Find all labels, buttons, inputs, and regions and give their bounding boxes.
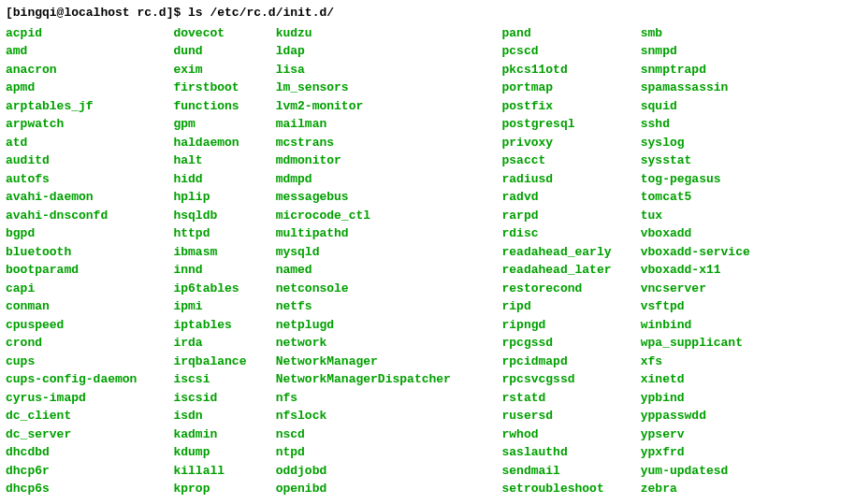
ls-entry: rpcidmapd — [502, 353, 641, 371]
ls-entry: kprop — [173, 480, 275, 498]
ls-entry: isdn — [173, 407, 275, 425]
ls-entry: dc_client — [6, 407, 173, 425]
ls-entry: setroubleshoot — [502, 480, 641, 498]
ls-entry: zebra — [641, 480, 765, 498]
ls-entry: snmptrapd — [641, 61, 765, 79]
ls-entry: dhcdbd — [6, 443, 173, 462]
ls-entry: smb — [641, 24, 765, 43]
ls-entry: haldaemon — [173, 134, 275, 152]
ls-entry: restorecond — [502, 280, 641, 298]
ls-entry: gpm — [173, 115, 275, 134]
ls-entry: NetworkManager — [276, 353, 502, 371]
ls-entry: pkcs11otd — [502, 61, 641, 79]
ls-entry: dhcp6s — [6, 480, 173, 498]
ls-entry: cyrus-imapd — [6, 389, 173, 408]
ls-entry: hidd — [173, 170, 275, 189]
ls-entry: hplip — [173, 188, 275, 207]
ls-output: acpid amd anacron apmd arptables_jf arpw… — [6, 24, 849, 498]
ls-entry: dc_server — [6, 425, 173, 444]
ls-entry: ip6tables — [173, 280, 275, 298]
ls-entry: atd — [6, 134, 173, 152]
ls-entry: auditd — [6, 151, 173, 170]
ls-entry: rwhod — [502, 425, 641, 444]
ls-entry: amd — [6, 42, 173, 61]
ls-entry: irda — [173, 334, 275, 353]
ls-entry: vboxadd — [641, 224, 765, 243]
ls-entry: netconsole — [276, 280, 502, 298]
ls-entry: mysqld — [276, 243, 502, 262]
ls-entry: crond — [6, 334, 173, 353]
ls-entry: ibmasm — [173, 243, 275, 262]
ls-entry: named — [276, 261, 502, 280]
ls-entry: irqbalance — [173, 353, 275, 371]
ls-entry: postfix — [502, 97, 641, 116]
ls-entry: vboxadd-service — [641, 243, 765, 262]
ls-entry: ypxfrd — [641, 443, 765, 462]
ls-entry: sshd — [641, 115, 765, 134]
ls-entry: vncserver — [641, 280, 765, 298]
ls-entry: vboxadd-x11 — [641, 261, 765, 280]
ls-column-0: acpid amd anacron apmd arptables_jf arpw… — [6, 24, 173, 498]
ls-entry: tomcat5 — [641, 188, 765, 207]
ls-entry: readahead_early — [502, 243, 641, 262]
ls-entry: autofs — [6, 170, 173, 189]
ls-entry: halt — [173, 151, 275, 170]
ls-entry: acpid — [6, 24, 173, 43]
ls-entry: messagebus — [276, 188, 502, 207]
ls-entry: iscsi — [173, 370, 275, 389]
ls-entry: hsqldb — [173, 207, 275, 225]
ls-entry: openibd — [276, 480, 502, 498]
ls-entry: readahead_later — [502, 261, 641, 280]
ls-entry: spamassassin — [641, 79, 765, 97]
ls-entry: xinetd — [641, 370, 765, 389]
ls-entry: radvd — [502, 188, 641, 207]
ls-entry: kadmin — [173, 425, 275, 444]
ls-entry: cups-config-daemon — [6, 370, 173, 389]
ls-entry: ypserv — [641, 425, 765, 444]
ls-entry: rpcgssd — [502, 334, 641, 353]
shell-prompt-line: [bingqi@localhost rc.d]$ ls /etc/rc.d/in… — [6, 4, 849, 22]
shell-prompt: [bingqi@localhost rc.d]$ — [6, 6, 188, 20]
ls-entry: ntpd — [276, 443, 502, 462]
ls-entry: microcode_ctl — [276, 207, 502, 225]
ls-entry: rusersd — [502, 407, 641, 425]
ls-entry: rarpd — [502, 207, 641, 225]
ls-entry: anacron — [6, 61, 173, 79]
ls-entry: exim — [173, 61, 275, 79]
ls-entry: functions — [173, 97, 275, 116]
ls-entry: tux — [641, 207, 765, 225]
ls-entry: mdmonitor — [276, 151, 502, 170]
ls-entry: ypbind — [641, 389, 765, 408]
ls-entry: saslauthd — [502, 443, 641, 462]
ls-entry: firstboot — [173, 79, 275, 97]
ls-entry: rdisc — [502, 224, 641, 243]
ls-column-2: kudzu ldap lisa lm_sensors lvm2-monitor … — [276, 24, 502, 498]
ls-entry: ipmi — [173, 297, 275, 316]
shell-command: ls /etc/rc.d/init.d/ — [188, 6, 334, 20]
ls-entry: squid — [641, 97, 765, 116]
ls-entry: nscd — [276, 425, 502, 444]
ls-entry: winbind — [641, 316, 765, 335]
ls-entry: xfs — [641, 353, 765, 371]
ls-entry: nfslock — [276, 407, 502, 425]
ls-column-4: smb snmpd snmptrapd spamassassin squid s… — [641, 24, 765, 498]
ls-entry: syslog — [641, 134, 765, 152]
ls-entry: cups — [6, 353, 173, 371]
ls-column-3: pand pcscd pkcs11otd portmap postfix pos… — [502, 24, 641, 498]
ls-entry: multipathd — [276, 224, 502, 243]
ls-entry: lvm2-monitor — [276, 97, 502, 116]
ls-entry: tog-pegasus — [641, 170, 765, 189]
ls-entry: ripd — [502, 297, 641, 316]
ls-entry: httpd — [173, 224, 275, 243]
ls-entry: avahi-daemon — [6, 188, 173, 207]
ls-entry: bluetooth — [6, 243, 173, 262]
ls-entry: pand — [502, 24, 641, 43]
ls-entry: NetworkManagerDispatcher — [276, 370, 502, 389]
ls-column-1: dovecot dund exim firstboot functions gp… — [173, 24, 275, 498]
ls-entry: pcscd — [502, 42, 641, 61]
ls-entry: mdmpd — [276, 170, 502, 189]
ls-entry: sysstat — [641, 151, 765, 170]
ls-entry: yppasswdd — [641, 407, 765, 425]
ls-entry: ripngd — [502, 316, 641, 335]
ls-entry: bootparamd — [6, 261, 173, 280]
